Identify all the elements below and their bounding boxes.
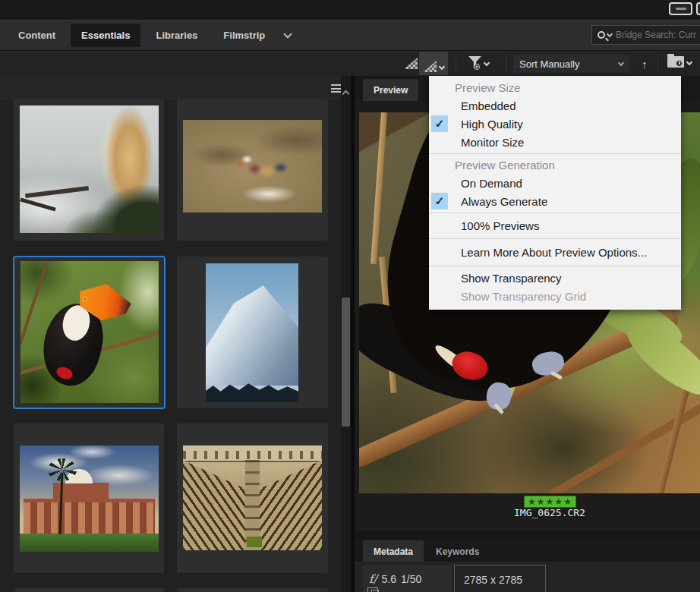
thumbnail-quality-button[interactable] bbox=[400, 55, 421, 72]
checkmark-icon: ✓ bbox=[431, 193, 448, 209]
palm-fronds bbox=[48, 458, 77, 481]
checkmark-icon: ✓ bbox=[431, 115, 448, 132]
photo-stepwell[interactable] bbox=[183, 446, 322, 550]
aperture-symbol: f/ bbox=[369, 572, 377, 586]
photo-humayun-tomb[interactable] bbox=[20, 446, 159, 552]
preview-dark-corner bbox=[359, 112, 431, 152]
filter-star-icon: ★ bbox=[474, 64, 480, 70]
quality-triangle-icon bbox=[404, 58, 418, 69]
search-input[interactable] bbox=[616, 30, 700, 40]
metadata-divider bbox=[355, 531, 700, 539]
search-icon bbox=[598, 31, 605, 39]
toolbar-divider bbox=[506, 54, 506, 72]
menu-separator bbox=[429, 213, 681, 213]
tab-filmstrip[interactable]: Filmstrip bbox=[213, 24, 276, 47]
stepwell-left-steps bbox=[183, 460, 245, 550]
menu-header-preview-size: Preview Size bbox=[429, 79, 681, 96]
bridge-window: Content Essentials Libraries Filmstrip ★… bbox=[0, 0, 700, 592]
preview-options-menu: Preview Size Embedded ✓ High Quality Mon… bbox=[429, 76, 681, 310]
tomb-lawn bbox=[20, 534, 159, 552]
menu-item-label: High Quality bbox=[461, 118, 523, 131]
tab-metadata[interactable]: Metadata bbox=[363, 540, 424, 562]
maximize-button[interactable] bbox=[696, 2, 700, 15]
tomb-building bbox=[24, 499, 154, 534]
photo-snow-mountain[interactable] bbox=[206, 263, 298, 402]
photo-waterfall[interactable] bbox=[20, 105, 159, 233]
tab-libraries[interactable]: Libraries bbox=[145, 24, 208, 47]
menu-item-label: Always Generate bbox=[461, 195, 547, 208]
menu-item-show-transparency-grid: Show Transparency Grid bbox=[429, 287, 681, 305]
menu-header-preview-generation: Preview Generation bbox=[429, 156, 681, 174]
toucan-eye bbox=[83, 297, 87, 301]
menu-item-show-transparency[interactable]: Show Transparency bbox=[429, 269, 681, 287]
folder-clock-icon bbox=[667, 56, 684, 68]
crop-dimensions-icon bbox=[367, 587, 378, 592]
menu-item-on-demand[interactable]: On Demand bbox=[429, 174, 681, 192]
menu-item-100-previews[interactable]: 100% Previews bbox=[429, 216, 681, 236]
recent-files-button[interactable] bbox=[664, 53, 695, 71]
menu-item-embedded[interactable]: Embedded bbox=[429, 96, 681, 115]
tab-essentials[interactable]: Essentials bbox=[71, 24, 140, 47]
tab-preview[interactable]: Preview bbox=[363, 79, 418, 101]
menu-separator bbox=[429, 153, 681, 154]
photo-mandarin-duck[interactable] bbox=[183, 120, 322, 213]
preview-filename: IMG_0625.CR2 bbox=[459, 507, 641, 518]
stepwell-right-steps bbox=[260, 460, 322, 550]
aperture-value: 5.6 bbox=[382, 573, 396, 585]
menu-item-high-quality[interactable]: ✓ High Quality bbox=[429, 115, 681, 133]
minimize-icon bbox=[676, 8, 686, 10]
thumbnail-card-partial[interactable] bbox=[177, 588, 328, 592]
photo-toucan[interactable] bbox=[20, 261, 159, 403]
sort-direction-button[interactable]: ↑ bbox=[636, 55, 653, 73]
tab-content[interactable]: Content bbox=[8, 24, 66, 47]
sort-dropdown-value: Sort Manually bbox=[519, 58, 579, 70]
menu-separator bbox=[429, 238, 681, 239]
content-panel-header bbox=[0, 76, 351, 100]
title-bar bbox=[0, 0, 700, 20]
minimize-button[interactable] bbox=[669, 2, 692, 15]
search-box bbox=[591, 25, 700, 45]
thumbnail-card-partial[interactable] bbox=[14, 588, 164, 592]
duck-shape bbox=[235, 150, 291, 184]
chevron-down-icon bbox=[439, 64, 445, 70]
toolbar-divider bbox=[657, 54, 658, 72]
chevron-down-icon bbox=[618, 59, 624, 65]
shutter-value: 1/50 bbox=[401, 573, 421, 585]
sort-dropdown[interactable]: Sort Manually bbox=[513, 55, 629, 73]
rating-stars[interactable]: ★★★★★ bbox=[524, 496, 576, 508]
dimensions-value: 2785 x 2785 bbox=[464, 574, 522, 586]
dimensions-box: 2785 x 2785 bbox=[454, 565, 546, 592]
scrollbar-thumb[interactable] bbox=[342, 298, 350, 427]
quality-triangle-icon bbox=[423, 61, 437, 72]
chevron-down-icon bbox=[686, 59, 692, 65]
menu-item-learn-more[interactable]: Learn More About Preview Options... bbox=[429, 241, 681, 263]
tab-keywords[interactable]: Keywords bbox=[425, 540, 490, 562]
waterfall-walkway bbox=[25, 186, 89, 198]
menu-item-always-generate[interactable]: ✓ Always Generate bbox=[429, 192, 681, 210]
chevron-down-icon[interactable] bbox=[284, 30, 292, 38]
search-scope-chevron-icon[interactable] bbox=[607, 30, 613, 36]
preview-quality-dropdown-button[interactable] bbox=[419, 52, 448, 75]
menu-item-monitor-size[interactable]: Monitor Size bbox=[429, 133, 681, 151]
stepwell-windows bbox=[183, 451, 322, 459]
mountain-peak bbox=[206, 285, 298, 386]
toolbar-divider bbox=[456, 54, 456, 72]
stepwell-water bbox=[247, 537, 262, 547]
waterfall-walkway bbox=[20, 197, 55, 211]
menu-separator bbox=[429, 266, 681, 266]
chevron-down-icon bbox=[484, 60, 490, 66]
